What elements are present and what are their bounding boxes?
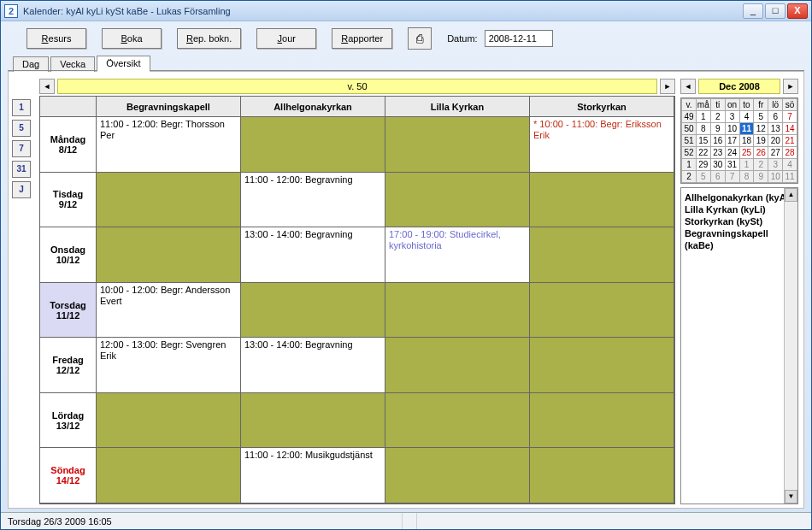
- cal-day[interactable]: 19: [754, 135, 768, 147]
- cal-week[interactable]: 51: [682, 135, 697, 147]
- titlebar[interactable]: 2 Kalender: kyAl kyLi kySt kaBe - Lukas …: [1, 1, 811, 21]
- grid-cell[interactable]: [530, 393, 674, 449]
- cal-day[interactable]: 4: [739, 111, 754, 123]
- cal-day[interactable]: 11: [783, 171, 797, 183]
- rapporter-button[interactable]: Rapporter: [332, 28, 392, 49]
- day-header[interactable]: Fredag12/12: [40, 338, 97, 393]
- side-j-button[interactable]: J: [12, 181, 31, 198]
- grid-cell[interactable]: [241, 283, 385, 339]
- cal-day[interactable]: 2: [710, 111, 725, 123]
- resurs-button[interactable]: Resurs: [26, 28, 86, 49]
- cal-day[interactable]: 1: [739, 159, 754, 171]
- grid-cell[interactable]: [385, 448, 530, 504]
- side-31-button[interactable]: 31: [12, 161, 31, 178]
- cal-day[interactable]: 8: [739, 171, 754, 183]
- cal-day[interactable]: 3: [768, 159, 783, 171]
- grid-cell[interactable]: * 10:00 - 11:00: Begr: Eriksson Erik: [530, 117, 674, 173]
- grid-cell[interactable]: 11:00 - 12:00: Musikgudstjänst: [241, 448, 385, 504]
- grid-cell[interactable]: [530, 227, 674, 283]
- resource-scrollbar[interactable]: ▲ ▼: [784, 188, 797, 504]
- day-header[interactable]: Lördag13/12: [40, 393, 97, 449]
- cal-day[interactable]: 5: [696, 171, 710, 183]
- month-next-button[interactable]: ►: [783, 79, 798, 94]
- grid-cell[interactable]: 10:00 - 12:00: Begr: Andersson Evert: [97, 283, 241, 339]
- cal-day[interactable]: 20: [768, 135, 783, 147]
- cal-day[interactable]: 2: [754, 159, 768, 171]
- cal-day[interactable]: 31: [725, 159, 739, 171]
- day-header[interactable]: Tisdag9/12: [40, 173, 97, 228]
- cal-day[interactable]: 4: [783, 159, 797, 171]
- cal-day[interactable]: 21: [783, 135, 797, 147]
- grid-cell[interactable]: [530, 283, 674, 339]
- cal-day[interactable]: 1: [696, 111, 710, 123]
- grid-cell[interactable]: 13:00 - 14:00: Begravning: [241, 227, 385, 283]
- day-header[interactable]: Torsdag11/12: [40, 283, 97, 339]
- datum-input[interactable]: [485, 30, 553, 47]
- grid-cell[interactable]: [385, 117, 530, 173]
- cal-day[interactable]: 8: [696, 123, 710, 135]
- resource-item[interactable]: Allhelgonakyrkan (kyAl): [685, 191, 794, 203]
- resource-item[interactable]: Storkyrkan (kySt): [685, 215, 794, 227]
- resource-item[interactable]: Lilla Kyrkan (kyLi): [685, 203, 794, 215]
- mini-calendar[interactable]: v.måtiontofrlösö491234567508910111213145…: [680, 97, 798, 184]
- cal-day[interactable]: 27: [768, 147, 783, 159]
- cal-day[interactable]: 26: [754, 147, 768, 159]
- grid-cell[interactable]: [241, 117, 385, 173]
- cal-day[interactable]: 25: [739, 147, 754, 159]
- cal-day[interactable]: 17: [725, 135, 739, 147]
- cal-day[interactable]: 23: [710, 147, 725, 159]
- grid-cell[interactable]: [530, 173, 674, 228]
- cal-day[interactable]: 7: [783, 111, 797, 123]
- grid-cell[interactable]: 11:00 - 12:00: Begr: Thorsson Per: [97, 117, 241, 173]
- cal-week[interactable]: 49: [682, 111, 697, 123]
- minimize-button[interactable]: _: [743, 3, 763, 19]
- cal-day[interactable]: 9: [754, 171, 768, 183]
- grid-cell[interactable]: 11:00 - 12:00: Begravning: [241, 173, 385, 228]
- cal-day[interactable]: 3: [725, 111, 739, 123]
- cal-day[interactable]: 16: [710, 135, 725, 147]
- rep-bokn-button[interactable]: Rep. bokn.: [177, 28, 241, 49]
- side-1-button[interactable]: 1: [12, 99, 31, 116]
- grid-cell[interactable]: 17:00 - 19:00: Studiecirkel, kyrkohistor…: [385, 227, 530, 283]
- grid-cell[interactable]: 12:00 - 13:00: Begr: Svengren Erik: [97, 338, 241, 393]
- resource-list[interactable]: Allhelgonakyrkan (kyAl)Lilla Kyrkan (kyL…: [680, 187, 798, 504]
- cal-day[interactable]: 12: [754, 123, 768, 135]
- grid-cell[interactable]: [97, 448, 241, 504]
- side-7-button[interactable]: 7: [12, 140, 31, 157]
- cal-week[interactable]: 2: [682, 171, 697, 183]
- grid-cell[interactable]: [530, 448, 674, 504]
- cal-day[interactable]: 14: [783, 123, 797, 135]
- cal-day[interactable]: 13: [768, 123, 783, 135]
- print-icon[interactable]: ⎙: [408, 27, 432, 50]
- cal-day[interactable]: 29: [696, 159, 710, 171]
- cal-week[interactable]: 52: [682, 147, 697, 159]
- cal-day[interactable]: 11: [739, 123, 754, 135]
- cal-day[interactable]: 28: [783, 147, 797, 159]
- cal-day[interactable]: 6: [768, 111, 783, 123]
- cal-week[interactable]: 1: [682, 159, 697, 171]
- grid-cell[interactable]: [97, 393, 241, 449]
- grid-cell[interactable]: [530, 338, 674, 393]
- boka-button[interactable]: Boka: [102, 28, 162, 49]
- resource-item[interactable]: Begravningskapell (kaBe): [685, 227, 794, 251]
- week-next-button[interactable]: ►: [660, 79, 675, 94]
- month-prev-button[interactable]: ◄: [680, 79, 696, 94]
- cal-day[interactable]: 30: [710, 159, 725, 171]
- cal-day[interactable]: 24: [725, 147, 739, 159]
- cal-day[interactable]: 6: [710, 171, 725, 183]
- maximize-button[interactable]: □: [765, 3, 786, 19]
- grid-cell[interactable]: [385, 393, 530, 449]
- grid-cell[interactable]: [385, 283, 530, 339]
- grid-cell[interactable]: [97, 227, 241, 283]
- cal-day[interactable]: 22: [696, 147, 710, 159]
- tab-oversikt[interactable]: Översikt: [97, 56, 150, 72]
- grid-cell[interactable]: [97, 173, 241, 228]
- close-button[interactable]: X: [787, 3, 808, 19]
- grid-cell[interactable]: 13:00 - 14:00: Begravning: [241, 338, 385, 393]
- jour-button[interactable]: Jour: [256, 28, 316, 49]
- cal-day[interactable]: 7: [725, 171, 739, 183]
- side-5-button[interactable]: 5: [12, 120, 31, 137]
- scroll-up-icon[interactable]: ▲: [785, 188, 797, 202]
- cal-day[interactable]: 10: [725, 123, 739, 135]
- cal-day[interactable]: 15: [696, 135, 710, 147]
